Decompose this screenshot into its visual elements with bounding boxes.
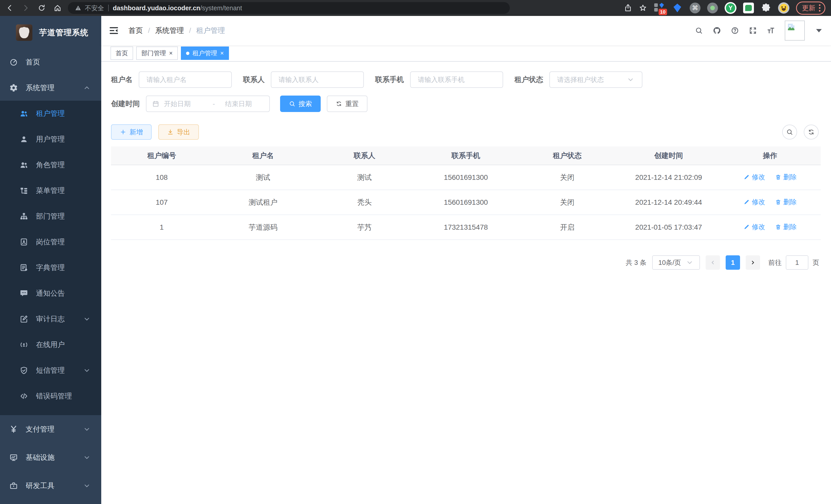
status-placeholder: 请选择租户状态 [557, 75, 604, 84]
sidebar-logo[interactable]: 芋道管理系统 [0, 16, 101, 49]
sidebar-item-label: 菜单管理 [36, 186, 65, 196]
search-icon [786, 128, 793, 136]
range-separator: - [207, 100, 221, 108]
sidebar-item-tenant[interactable]: 租户管理 [0, 101, 101, 126]
breadcrumb-current: 租户管理 [196, 26, 225, 35]
breadcrumb-home[interactable]: 首页 [128, 26, 143, 35]
chat-extension-icon[interactable] [743, 3, 754, 13]
create-time-range-picker[interactable]: 开始日期 - 结束日期 [146, 95, 270, 112]
bookmark-star-icon[interactable] [639, 4, 647, 12]
goto-page-input[interactable] [786, 255, 808, 270]
contact-input[interactable] [279, 76, 356, 84]
edit-link[interactable]: 修改 [743, 173, 765, 182]
sidebar-item-role[interactable]: 角色管理 [0, 152, 101, 178]
help-icon[interactable] [731, 26, 739, 35]
sidebar-item-pay[interactable]: 支付管理 [0, 415, 101, 443]
security-label: 不安全 [85, 4, 104, 12]
search-button[interactable]: 搜索 [280, 95, 321, 112]
forward-icon[interactable] [22, 4, 30, 12]
sidebar-item-system[interactable]: 系统管理 [0, 75, 101, 101]
share-icon[interactable] [624, 4, 632, 12]
delete-link[interactable]: 删除 [775, 198, 797, 207]
code-icon [20, 392, 28, 401]
pencil-icon [743, 174, 750, 180]
goto-label: 前往 [768, 258, 782, 267]
prev-page-button[interactable] [706, 255, 720, 270]
sidebar-item-home[interactable]: 首页 [0, 49, 101, 75]
page-number-button[interactable]: 1 [726, 255, 740, 270]
puzzle-extensions-icon[interactable] [761, 3, 771, 13]
tenant-name-input[interactable] [146, 76, 224, 84]
sidebar-item-online-user[interactable]: 在线用户 [0, 332, 101, 358]
url-path: /system/tenant [200, 4, 242, 11]
sidebar-item-dept[interactable]: 部门管理 [0, 203, 101, 229]
reload-icon[interactable] [37, 4, 46, 12]
y-logo-extension-icon[interactable]: Y [725, 2, 737, 14]
sidebar-item-dict[interactable]: 字典管理 [0, 255, 101, 280]
breadcrumb-system[interactable]: 系统管理 [155, 26, 184, 35]
edit-link[interactable]: 修改 [743, 223, 765, 232]
browser-update-menu[interactable]: 更新 [796, 2, 825, 14]
refresh-table-button[interactable] [804, 125, 819, 140]
sidebar-item-dev-tools[interactable]: 研发工具 [0, 472, 101, 500]
tab-dept-manage[interactable]: 部门管理 × [136, 47, 178, 60]
gear-icon [9, 84, 18, 92]
status-select[interactable]: 请选择租户状态 [549, 71, 642, 88]
page-size-select[interactable]: 10条/页 [652, 255, 700, 270]
cell-created: 2021-12-14 21:02:09 [618, 165, 719, 190]
emoji-profile-icon[interactable] [778, 2, 790, 13]
phone-input[interactable] [418, 76, 495, 84]
extension-badge-icon[interactable]: 10 [654, 2, 665, 13]
delete-link[interactable]: 删除 [775, 223, 797, 232]
sidebar-item-label: 部门管理 [36, 211, 65, 221]
yen-icon [9, 425, 18, 434]
kite-extension-icon[interactable] [672, 2, 683, 13]
sidebar-item-error-code[interactable]: 错误码管理 [0, 383, 101, 409]
tab-home[interactable]: 首页 [111, 47, 133, 60]
search-icon[interactable] [695, 26, 703, 35]
table-row: 108 测试 测试 15601691300 关闭 2021-12-14 21:0… [111, 165, 821, 190]
sidebar-item-infra[interactable]: 基础设施 [0, 443, 101, 472]
avatar-caret-down-icon[interactable] [816, 29, 822, 32]
security-chip[interactable]: 不安全 [75, 4, 104, 12]
start-date-placeholder: 开始日期 [164, 99, 202, 109]
address-bar[interactable]: 不安全 dashboard.yudao.iocoder.cn/system/te… [68, 2, 510, 14]
avatar[interactable] [785, 21, 805, 40]
sidebar-item-notice[interactable]: 通知公告 [0, 280, 101, 306]
command-extension-icon[interactable]: ⌘ [690, 3, 700, 13]
close-icon[interactable]: × [220, 50, 224, 57]
extension-diamond [659, 3, 664, 8]
show-search-toggle-button[interactable] [782, 125, 797, 140]
sidebar-item-sms[interactable]: 短信管理 [0, 358, 101, 383]
sidebar-item-post[interactable]: 岗位管理 [0, 229, 101, 255]
cell-actions: 修改 删除 [719, 165, 821, 190]
github-icon[interactable] [713, 26, 721, 35]
cell-tenant-name: 测试 [212, 165, 314, 190]
font-size-icon[interactable] [767, 26, 775, 35]
fullscreen-icon[interactable] [749, 26, 757, 35]
cell-status: 关闭 [516, 190, 618, 215]
sidebar-item-user[interactable]: 用户管理 [0, 126, 101, 152]
edit-link[interactable]: 修改 [743, 198, 765, 207]
delete-link[interactable]: 删除 [775, 173, 797, 182]
reset-button[interactable]: 重置 [327, 95, 368, 112]
sidebar-collapse-button[interactable] [101, 16, 126, 45]
divider [108, 5, 109, 11]
sidebar-item-label: 在线用户 [36, 340, 65, 350]
close-icon[interactable]: × [169, 50, 173, 57]
next-page-button[interactable] [746, 255, 760, 270]
sidebar-item-menu[interactable]: 菜单管理 [0, 178, 101, 203]
tags-view-bar: 首页 部门管理 × 租户管理 × [101, 45, 831, 62]
edit-label: 修改 [752, 173, 765, 182]
sidebar-item-label: 岗位管理 [36, 237, 65, 247]
sidebar-item-audit-log[interactable]: 审计日志 [0, 306, 101, 332]
screen: 不安全 dashboard.yudao.iocoder.cn/system/te… [0, 0, 831, 504]
tab-tenant-manage[interactable]: 租户管理 × [181, 47, 229, 60]
export-button[interactable]: 导出 [158, 124, 199, 140]
tenant-name-label: 租户名 [111, 75, 133, 85]
home-icon[interactable] [53, 4, 62, 12]
chevron-right-icon [750, 260, 756, 266]
dot-extension-icon[interactable] [707, 3, 718, 13]
add-button[interactable]: 新增 [111, 124, 152, 140]
back-icon[interactable] [6, 4, 14, 12]
